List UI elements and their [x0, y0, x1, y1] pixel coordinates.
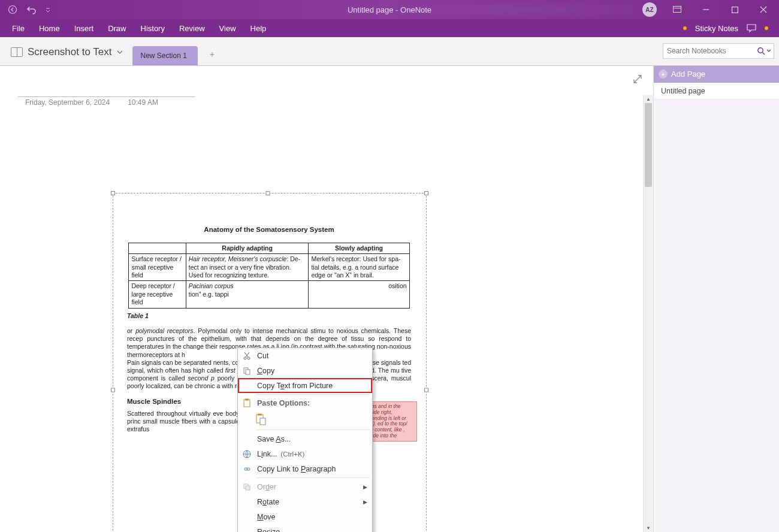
search-icon[interactable]	[757, 47, 771, 55]
tab-file[interactable]: File	[5, 20, 32, 37]
tab-draw[interactable]: Draw	[101, 20, 133, 37]
svg-point-5	[758, 48, 763, 53]
svg-rect-15	[260, 418, 265, 425]
search-input[interactable]	[667, 47, 757, 55]
section-tab-label: New Section 1	[141, 52, 187, 60]
svg-rect-1	[674, 7, 681, 13]
notebook-name: Screenshot to Text	[28, 46, 112, 58]
ctx-link[interactable]: Link... (Ctrl+K)	[238, 446, 372, 461]
add-page-label: Add Page	[671, 69, 705, 78]
doc-title: Anatomy of the Somatosensory System	[116, 225, 422, 234]
ribbon-tabs: File Home Insert Draw History Review Vie…	[0, 19, 779, 37]
chevron-down-icon	[117, 49, 123, 55]
ctx-separator	[256, 477, 370, 478]
svg-rect-11	[244, 400, 250, 407]
section-bar: Screenshot to Text New Section 1 ＋	[0, 37, 779, 66]
ctx-link-accel: (Ctrl+K)	[280, 451, 304, 458]
paste-icon	[241, 398, 252, 409]
svg-rect-4	[732, 7, 738, 13]
resize-handle-tr[interactable]	[424, 191, 428, 195]
scroll-up-arrow-icon[interactable]: ▲	[644, 95, 653, 103]
ctx-separator	[256, 394, 370, 395]
ctx-copy[interactable]: Copy	[238, 363, 372, 378]
td-r2c0: Deep receptor / large receptive field	[129, 281, 186, 308]
order-icon	[241, 482, 252, 492]
ctx-paste-option-keep[interactable]	[238, 410, 372, 428]
back-button[interactable]	[7, 4, 18, 15]
svg-rect-10	[246, 370, 250, 374]
plus-icon: +	[659, 69, 668, 78]
add-section-button[interactable]: ＋	[205, 47, 219, 62]
cut-icon	[241, 350, 252, 361]
ctx-resize[interactable]: Resize	[238, 524, 372, 532]
ctx-move[interactable]: Move	[238, 509, 372, 524]
copy-icon	[241, 365, 252, 376]
maximize-button[interactable]	[723, 1, 747, 18]
resize-handle-mr[interactable]	[424, 388, 428, 392]
vertical-scrollbar[interactable]: ▲ ▼	[643, 95, 653, 532]
qat-customize-icon[interactable]	[46, 4, 50, 15]
notebook-icon	[11, 47, 23, 57]
scroll-down-arrow-icon[interactable]: ▼	[644, 524, 653, 532]
tab-home[interactable]: Home	[32, 20, 67, 37]
ctx-copy-link-paragraph[interactable]: Copy Link to Paragraph	[238, 461, 372, 476]
svg-rect-14	[258, 414, 262, 416]
ctx-rotate[interactable]: Rotate ▶	[238, 494, 372, 509]
scroll-thumb[interactable]	[645, 103, 652, 187]
close-button[interactable]	[751, 1, 775, 18]
submenu-arrow-icon: ▶	[363, 484, 367, 490]
page-panel: + Add Page Untitled page	[653, 66, 779, 532]
undo-button[interactable]	[26, 4, 37, 15]
ctx-order: Order ▶	[238, 479, 372, 494]
feedback-icon[interactable]	[747, 24, 756, 32]
page-header: Friday, September 6, 2024 10:49 AM	[18, 95, 195, 107]
tab-history[interactable]: History	[134, 20, 172, 37]
submenu-arrow-icon: ▶	[363, 499, 367, 505]
user-avatar[interactable]: AZ	[642, 2, 657, 17]
note-canvas[interactable]: ▲ ▼ Friday, September 6, 2024 10:49 AM A…	[0, 66, 653, 532]
td-r1c2: Merkel's receptor: Used for spa-tial det…	[309, 254, 409, 281]
title-underline	[18, 95, 195, 97]
table-caption: Table 1	[127, 312, 422, 320]
ctx-cut[interactable]: Cut	[238, 348, 372, 363]
ctx-save-as[interactable]: Save As...	[238, 431, 372, 446]
quick-access-toolbar	[0, 4, 50, 15]
tab-review[interactable]: Review	[172, 20, 212, 37]
doc-table: Rapidly adapting Slowly adapting Surface…	[128, 243, 409, 309]
title-bar: Untitled page - OneNote AZ	[0, 0, 779, 19]
resize-handle-tm[interactable]	[266, 191, 270, 195]
main-area: ▲ ▼ Friday, September 6, 2024 10:49 AM A…	[0, 66, 779, 532]
ribbon-display-button[interactable]	[665, 1, 689, 18]
status-dot-2-icon	[765, 26, 768, 30]
td-r2c2: osition	[309, 281, 409, 308]
sticky-notes-button[interactable]: Sticky Notes	[695, 24, 738, 33]
ctx-copy-text-from-picture[interactable]: Copy Text from Picture	[238, 378, 372, 393]
svg-point-7	[244, 357, 246, 359]
th-col2: Slowly adapting	[309, 243, 409, 253]
page-list-item-label: Untitled page	[661, 87, 705, 95]
link-icon	[241, 449, 252, 460]
tab-view[interactable]: View	[212, 20, 243, 37]
expand-icon[interactable]	[633, 74, 642, 84]
notebook-selector[interactable]: Screenshot to Text	[5, 43, 129, 62]
search-notebooks[interactable]	[663, 43, 774, 59]
page-time: 10:49 AM	[128, 98, 158, 107]
ctx-paste-options-header: Paste Options:	[238, 396, 372, 410]
page-list-item[interactable]: Untitled page	[654, 83, 779, 99]
tab-insert[interactable]: Insert	[67, 20, 101, 37]
resize-handle-tl[interactable]	[111, 191, 115, 195]
section-tab-new-section-1[interactable]: New Section 1	[132, 46, 198, 65]
context-menu: Cut Copy Copy Text from Picture Paste Op…	[237, 347, 373, 532]
minimize-button[interactable]	[694, 1, 718, 18]
window-title: Untitled page - OneNote	[348, 5, 431, 14]
td-r1c1: Hair receptor, Meissner's corpuscle: De-…	[186, 254, 309, 281]
ctx-separator	[256, 430, 370, 430]
td-r2c1: Pacinian corpustion" e.g. tappi	[186, 281, 309, 308]
tab-help[interactable]: Help	[243, 20, 274, 37]
resize-handle-ml[interactable]	[111, 388, 115, 392]
add-page-button[interactable]: + Add Page	[654, 66, 779, 83]
link-para-icon	[241, 464, 252, 474]
th-col1: Rapidly adapting	[186, 243, 309, 253]
svg-point-0	[9, 6, 17, 14]
paste-keep-icon	[256, 414, 267, 425]
